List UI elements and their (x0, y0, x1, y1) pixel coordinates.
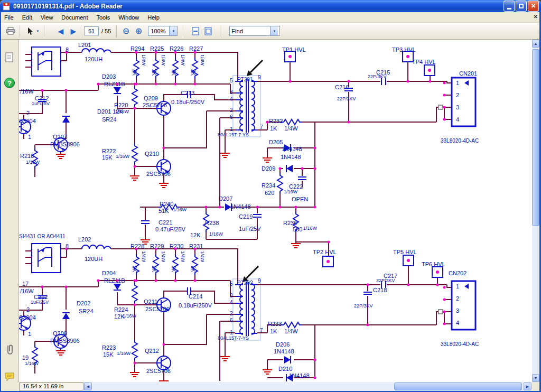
schematic-label: R225 (150, 45, 164, 52)
attachments-button[interactable] (3, 343, 16, 356)
vertical-scrollbar[interactable]: ▲ ▼ (532, 40, 539, 382)
scroll-up-button[interactable]: ▲ (532, 40, 539, 48)
schematic-label: D209 (262, 165, 275, 172)
schematic-label: 1N4148 (289, 372, 310, 379)
schematic-label: Q209 (144, 95, 158, 101)
schematic-label: 1 (28, 134, 31, 140)
minimize-button[interactable] (503, 1, 515, 12)
scroll-right-icon: ▶ (526, 385, 529, 389)
schematic-label: 8 (66, 46, 69, 53)
scroll-right-button[interactable]: ▶ (524, 382, 531, 390)
menu-tools[interactable]: Tools (92, 13, 115, 22)
schematic-label: Q212 (145, 348, 159, 354)
schematic-label: TP3 HVL (392, 46, 416, 53)
schematic-label: 2K (151, 266, 157, 272)
schematic-label: OPEN (292, 196, 308, 202)
schematic-label: R236 (283, 220, 297, 226)
schematic-label: 1/16W (25, 361, 39, 367)
schematic-label: C219 (239, 213, 253, 220)
schematic-label: 1/16W (284, 190, 297, 195)
close-document-button[interactable]: ✕ (534, 14, 538, 20)
printer-icon (6, 27, 15, 35)
schematic-label: 1N4148 (274, 348, 294, 354)
schematic-label: 1/4W (160, 251, 165, 262)
schematic-label: 22P/3KV (354, 304, 373, 309)
next-page-button[interactable]: ▶ (67, 25, 80, 38)
schematic-label: 120UH (85, 56, 102, 62)
comments-button[interactable] (3, 370, 16, 383)
schematic-label: PT201 (237, 77, 253, 82)
print-button[interactable] (4, 25, 17, 38)
navigation-sidebar: ? (0, 40, 19, 382)
schematic-label: CN202 (449, 270, 467, 276)
horizontal-scroll-thumb[interactable] (394, 382, 522, 390)
vertical-scroll-thumb[interactable] (532, 49, 539, 226)
menu-document[interactable]: Document (57, 13, 92, 22)
schematic-label: 1 (456, 80, 459, 86)
schematic-label: PMBS3906 (50, 338, 80, 344)
schematic-label: C221 (158, 219, 172, 226)
schematic-label: 8 (66, 243, 69, 249)
schematic-label: S3904 (19, 314, 36, 321)
zoom-out-button[interactable]: ⊖ (119, 25, 132, 38)
document-page[interactable]: L2018120UHR294R225R226R2271/4W1/4W1/4W1/… (19, 40, 532, 382)
find-box[interactable]: ▼ (229, 26, 280, 36)
schematic-label: C213 (181, 90, 194, 96)
title-bar: 09101710191314.pdf - Adobe Reader ✕ (0, 0, 541, 12)
status-bar: 16.54 x 11.69 in ◀ ▶ (0, 382, 541, 391)
schematic-label: 2SC5706 (145, 306, 170, 312)
scroll-down-button[interactable]: ▼ (532, 374, 539, 382)
schematic-label: 4 (230, 96, 233, 102)
schematic-label: 4 (230, 300, 233, 305)
schematic-label: 2K (190, 69, 196, 76)
schematic-label: R229 (150, 243, 164, 249)
schematic-label: 2 (456, 92, 459, 98)
menu-edit[interactable]: Edit (18, 13, 36, 22)
menu-file[interactable]: File (0, 13, 18, 22)
schematic-label: PMBS3906 (50, 141, 80, 147)
schematic-label: 1/16W (173, 208, 186, 213)
schematic-label: 9 (258, 74, 261, 80)
minimize-icon (507, 8, 511, 10)
schematic-label: 1/4W (180, 54, 185, 66)
schematic-label: 51K (158, 208, 169, 214)
schematic-label: L202 (78, 236, 91, 242)
horizontal-scrollbar[interactable]: ◀ ▶ (83, 382, 532, 391)
toolbar-separator (220, 25, 220, 37)
schematic-label: TP1 HVL (282, 46, 306, 53)
help-icon: ? (4, 78, 15, 88)
zoom-in-button[interactable]: ⊕ (132, 25, 145, 38)
adobe-reader-window: 09101710191314.pdf - Adobe Reader ✕ File… (0, 0, 541, 392)
schematic-label: 1/16W (116, 154, 129, 160)
schematic-label: R227 (189, 45, 203, 52)
schematic-label: 1/4W (284, 328, 298, 334)
find-input[interactable] (230, 26, 270, 35)
main-area: ? (0, 40, 541, 382)
maximize-button[interactable] (516, 1, 527, 12)
schematic-label: 5 (230, 281, 233, 287)
fit-page-button[interactable] (202, 25, 214, 38)
pages-panel-button[interactable] (3, 51, 16, 64)
menu-window[interactable]: Window (114, 13, 143, 22)
previous-page-button[interactable]: ◀ (54, 25, 67, 38)
schematic-label: 1N4148 (281, 154, 301, 160)
schematic-label: 12K (190, 232, 201, 238)
schematic-label: 6 (230, 318, 233, 323)
close-button[interactable]: ✕ (528, 1, 539, 12)
menu-help[interactable]: Help (143, 13, 164, 22)
schematic-label: TP2 HVL (313, 249, 337, 255)
zoom-level-select[interactable]: 100% ▼ (148, 26, 178, 36)
menu-view[interactable]: View (36, 13, 58, 22)
schematic-label: R226 (170, 45, 183, 52)
scroll-left-button[interactable]: ◀ (84, 382, 92, 390)
fit-width-button[interactable] (189, 25, 202, 38)
schematic-label: TP5 HVL (393, 249, 417, 255)
page-number-input[interactable] (84, 26, 99, 35)
how-to-button[interactable]: ? (3, 77, 16, 89)
schematic-label: D203 (102, 73, 116, 80)
select-tool-button[interactable]: ▼ (26, 25, 41, 38)
schematic-label: 9 (258, 278, 261, 284)
schematic-label: TP4 HVL (412, 59, 436, 65)
zoom-in-icon: ⊕ (135, 27, 142, 35)
schematic-label: SR24 (102, 116, 117, 123)
